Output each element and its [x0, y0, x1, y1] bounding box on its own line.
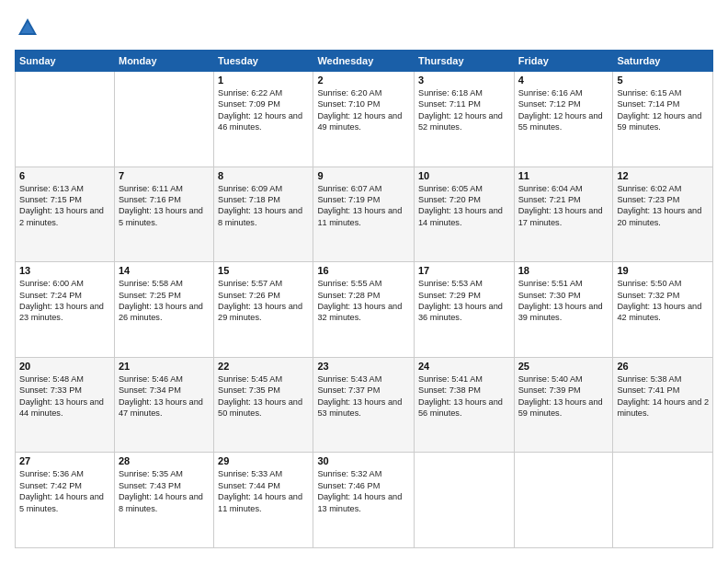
logo [15, 15, 44, 40]
calendar-week-row: 27Sunrise: 5:36 AMSunset: 7:42 PMDayligh… [16, 453, 713, 548]
calendar-cell: 15Sunrise: 5:57 AMSunset: 7:26 PMDayligh… [214, 262, 313, 358]
day-info: Sunrise: 6:11 AMSunset: 7:16 PMDaylight:… [119, 183, 210, 229]
calendar-cell [514, 453, 613, 548]
calendar-cell: 5Sunrise: 6:15 AMSunset: 7:14 PMDaylight… [613, 72, 713, 167]
calendar-cell: 14Sunrise: 5:58 AMSunset: 7:25 PMDayligh… [114, 262, 213, 358]
header [15, 15, 713, 40]
day-number: 21 [119, 361, 210, 372]
calendar-week-row: 20Sunrise: 5:48 AMSunset: 7:33 PMDayligh… [16, 357, 713, 453]
day-number: 8 [218, 170, 309, 181]
weekday-header: Sunday [16, 51, 115, 72]
day-number: 9 [317, 170, 410, 181]
day-info: Sunrise: 5:45 AMSunset: 7:35 PMDaylight:… [218, 373, 309, 419]
calendar-cell: 12Sunrise: 6:02 AMSunset: 7:23 PMDayligh… [613, 167, 713, 262]
day-number: 6 [19, 170, 110, 181]
day-number: 10 [418, 170, 510, 181]
calendar-week-row: 13Sunrise: 6:00 AMSunset: 7:24 PMDayligh… [16, 262, 713, 358]
day-number: 7 [119, 170, 210, 181]
day-info: Sunrise: 5:43 AMSunset: 7:37 PMDaylight:… [317, 373, 410, 419]
day-info: Sunrise: 5:48 AMSunset: 7:33 PMDaylight:… [19, 373, 110, 419]
calendar-cell: 17Sunrise: 5:53 AMSunset: 7:29 PMDayligh… [415, 262, 515, 358]
day-number: 3 [418, 75, 510, 86]
weekday-header: Thursday [415, 51, 515, 72]
day-number: 18 [518, 265, 609, 276]
calendar-cell: 25Sunrise: 5:40 AMSunset: 7:39 PMDayligh… [514, 357, 613, 453]
day-info: Sunrise: 5:53 AMSunset: 7:29 PMDaylight:… [418, 278, 510, 324]
calendar-cell: 4Sunrise: 6:16 AMSunset: 7:12 PMDaylight… [514, 72, 613, 167]
day-number: 29 [218, 455, 309, 466]
calendar-cell: 21Sunrise: 5:46 AMSunset: 7:34 PMDayligh… [114, 357, 213, 453]
day-number: 1 [218, 75, 309, 86]
day-info: Sunrise: 6:09 AMSunset: 7:18 PMDaylight:… [218, 183, 309, 229]
day-number: 30 [317, 455, 410, 466]
day-number: 4 [518, 75, 609, 86]
day-number: 26 [617, 361, 709, 372]
weekday-header: Monday [114, 51, 213, 72]
day-number: 17 [418, 265, 510, 276]
day-number: 14 [119, 265, 210, 276]
calendar-cell: 26Sunrise: 5:38 AMSunset: 7:41 PMDayligh… [613, 357, 713, 453]
calendar-cell: 11Sunrise: 6:04 AMSunset: 7:21 PMDayligh… [514, 167, 613, 262]
day-info: Sunrise: 6:20 AMSunset: 7:10 PMDaylight:… [317, 87, 410, 133]
day-number: 5 [617, 75, 709, 86]
day-info: Sunrise: 5:40 AMSunset: 7:39 PMDaylight:… [518, 373, 609, 419]
calendar-cell: 6Sunrise: 6:13 AMSunset: 7:15 PMDaylight… [16, 167, 115, 262]
weekday-header: Wednesday [313, 51, 415, 72]
calendar-cell: 30Sunrise: 5:32 AMSunset: 7:46 PMDayligh… [313, 453, 415, 548]
weekday-header: Friday [514, 51, 613, 72]
day-info: Sunrise: 6:02 AMSunset: 7:23 PMDaylight:… [617, 183, 709, 229]
day-info: Sunrise: 6:00 AMSunset: 7:24 PMDaylight:… [19, 278, 110, 324]
day-number: 2 [317, 75, 410, 86]
day-number: 22 [218, 361, 309, 372]
day-number: 13 [19, 265, 110, 276]
calendar-cell: 10Sunrise: 6:05 AMSunset: 7:20 PMDayligh… [415, 167, 515, 262]
day-info: Sunrise: 5:38 AMSunset: 7:41 PMDaylight:… [617, 373, 709, 419]
day-info: Sunrise: 6:05 AMSunset: 7:20 PMDaylight:… [418, 183, 510, 229]
page: SundayMondayTuesdayWednesdayThursdayFrid… [0, 0, 728, 563]
calendar-cell: 9Sunrise: 6:07 AMSunset: 7:19 PMDaylight… [313, 167, 415, 262]
calendar-cell: 28Sunrise: 5:35 AMSunset: 7:43 PMDayligh… [114, 453, 213, 548]
day-number: 15 [218, 265, 309, 276]
calendar-header-row: SundayMondayTuesdayWednesdayThursdayFrid… [16, 51, 713, 72]
calendar-cell [114, 72, 213, 167]
day-info: Sunrise: 6:16 AMSunset: 7:12 PMDaylight:… [518, 87, 609, 133]
calendar-cell: 23Sunrise: 5:43 AMSunset: 7:37 PMDayligh… [313, 357, 415, 453]
day-info: Sunrise: 6:18 AMSunset: 7:11 PMDaylight:… [418, 87, 510, 133]
calendar-table: SundayMondayTuesdayWednesdayThursdayFrid… [15, 50, 713, 548]
calendar-cell: 16Sunrise: 5:55 AMSunset: 7:28 PMDayligh… [313, 262, 415, 358]
calendar-cell: 18Sunrise: 5:51 AMSunset: 7:30 PMDayligh… [514, 262, 613, 358]
calendar-cell: 7Sunrise: 6:11 AMSunset: 7:16 PMDaylight… [114, 167, 213, 262]
day-info: Sunrise: 5:51 AMSunset: 7:30 PMDaylight:… [518, 278, 609, 324]
calendar-cell [16, 72, 115, 167]
day-number: 25 [518, 361, 609, 372]
weekday-header: Tuesday [214, 51, 313, 72]
day-info: Sunrise: 6:07 AMSunset: 7:19 PMDaylight:… [317, 183, 410, 229]
day-info: Sunrise: 6:04 AMSunset: 7:21 PMDaylight:… [518, 183, 609, 229]
day-info: Sunrise: 5:57 AMSunset: 7:26 PMDaylight:… [218, 278, 309, 324]
day-info: Sunrise: 5:41 AMSunset: 7:38 PMDaylight:… [418, 373, 510, 419]
weekday-header: Saturday [613, 51, 713, 72]
day-number: 24 [418, 361, 510, 372]
day-info: Sunrise: 5:36 AMSunset: 7:42 PMDaylight:… [19, 468, 110, 514]
calendar-cell: 3Sunrise: 6:18 AMSunset: 7:11 PMDaylight… [415, 72, 515, 167]
logo-icon [15, 15, 40, 40]
day-info: Sunrise: 5:50 AMSunset: 7:32 PMDaylight:… [617, 278, 709, 324]
day-info: Sunrise: 5:46 AMSunset: 7:34 PMDaylight:… [119, 373, 210, 419]
calendar-cell: 20Sunrise: 5:48 AMSunset: 7:33 PMDayligh… [16, 357, 115, 453]
calendar-cell: 22Sunrise: 5:45 AMSunset: 7:35 PMDayligh… [214, 357, 313, 453]
calendar-cell: 8Sunrise: 6:09 AMSunset: 7:18 PMDaylight… [214, 167, 313, 262]
calendar-cell: 24Sunrise: 5:41 AMSunset: 7:38 PMDayligh… [415, 357, 515, 453]
day-info: Sunrise: 6:22 AMSunset: 7:09 PMDaylight:… [218, 87, 309, 133]
calendar-cell: 1Sunrise: 6:22 AMSunset: 7:09 PMDaylight… [214, 72, 313, 167]
calendar-week-row: 6Sunrise: 6:13 AMSunset: 7:15 PMDaylight… [16, 167, 713, 262]
calendar-cell [415, 453, 515, 548]
day-number: 11 [518, 170, 609, 181]
calendar-cell: 29Sunrise: 5:33 AMSunset: 7:44 PMDayligh… [214, 453, 313, 548]
calendar-week-row: 1Sunrise: 6:22 AMSunset: 7:09 PMDaylight… [16, 72, 713, 167]
calendar-cell: 27Sunrise: 5:36 AMSunset: 7:42 PMDayligh… [16, 453, 115, 548]
day-number: 20 [19, 361, 110, 372]
calendar-cell: 13Sunrise: 6:00 AMSunset: 7:24 PMDayligh… [16, 262, 115, 358]
calendar-cell [613, 453, 713, 548]
day-info: Sunrise: 6:13 AMSunset: 7:15 PMDaylight:… [19, 183, 110, 229]
calendar-cell: 19Sunrise: 5:50 AMSunset: 7:32 PMDayligh… [613, 262, 713, 358]
